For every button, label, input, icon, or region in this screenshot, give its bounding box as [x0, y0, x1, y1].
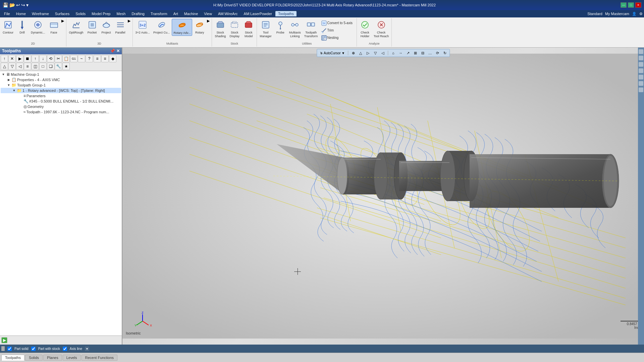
- part-solid-checkbox[interactable]: [7, 347, 12, 351]
- part-solid-btn[interactable]: Part solid: [14, 347, 29, 351]
- ribbon-btn-probe[interactable]: Probe: [274, 19, 287, 35]
- tb-list1[interactable]: ≡: [94, 55, 101, 62]
- expand-machine-group[interactable]: ▼: [1, 72, 5, 76]
- vp-arrow[interactable]: →: [397, 50, 404, 56]
- viewport[interactable]: 🖱 AutoCursor ▼ ⊕ △ ▷ ▽ ◁ ⌂ → ↗ ⊞ ⊟ … ⟳ ↻: [122, 48, 644, 345]
- tb-g1[interactable]: G1: [70, 55, 77, 62]
- save-icon[interactable]: 💾: [3, 2, 8, 8]
- ribbon-btn-contour[interactable]: Contour: [1, 19, 15, 35]
- menu-amlaserpowder[interactable]: AM:LaserPowder: [241, 11, 275, 16]
- tree-item-parameters[interactable]: ≡ Parameters: [1, 93, 121, 99]
- tree-item-tool[interactable]: 🔧 #345 - 0.5000 BULL ENDMILL - 1/2 BULL …: [1, 99, 121, 104]
- tb-select-all[interactable]: ↑: [1, 55, 8, 62]
- ribbon-btn-trim[interactable]: Trim: [320, 27, 354, 34]
- menu-mesh[interactable]: Mesh: [114, 11, 128, 16]
- expand-rotary-adv[interactable]: ▼: [12, 88, 16, 93]
- window-controls[interactable]: — □ ✕: [621, 2, 641, 8]
- quick-access[interactable]: 💾 📂 ↩ ↪ ▾: [3, 2, 29, 8]
- menu-file[interactable]: File: [1, 11, 13, 16]
- ribbon-btn-dynamic[interactable]: Dynamic...: [30, 19, 47, 35]
- tb-tilde[interactable]: ~: [78, 55, 85, 62]
- tb-cut[interactable]: ✂: [55, 55, 62, 62]
- vp-arrow2[interactable]: ↗: [405, 50, 411, 56]
- part-with-stock-btn[interactable]: Part with stock: [38, 347, 60, 351]
- ribbon-btn-toolpathtransform[interactable]: ToolpathTransform: [303, 19, 319, 39]
- axis-line-dropdown[interactable]: ▾: [85, 347, 89, 351]
- vp-autocursor[interactable]: 🖱 AutoCursor ▼: [318, 50, 346, 56]
- ribbon-btn-rotary[interactable]: Rotary: [193, 19, 206, 35]
- tree-item-properties[interactable]: ▶ 📋 Properties - 4 - AXIS VMC: [1, 77, 121, 82]
- right-panel-btn-7[interactable]: [639, 87, 643, 92]
- play-button[interactable]: ▶: [1, 337, 7, 343]
- right-panel-btn-1[interactable]: [639, 49, 643, 54]
- open-icon[interactable]: 📂: [9, 2, 15, 8]
- tb-diamond[interactable]: ◆: [109, 55, 116, 62]
- right-panel-btn-6[interactable]: [639, 81, 643, 86]
- axis-line-btn[interactable]: Axis line: [70, 347, 82, 351]
- expand-properties[interactable]: ▶: [7, 78, 11, 82]
- panel-pin-icon[interactable]: 📌: [110, 49, 115, 53]
- profile-icon[interactable]: 👤: [632, 12, 637, 16]
- ribbon-btn-stockshading[interactable]: StockShading: [213, 19, 227, 39]
- tab-recent-functions[interactable]: Recent Functions: [82, 355, 118, 361]
- options-icon[interactable]: ▾: [26, 2, 29, 8]
- menu-toolpaths[interactable]: Toolpaths: [275, 11, 297, 16]
- menu-view[interactable]: View: [201, 11, 215, 16]
- tb-left-arrow[interactable]: ◁: [16, 63, 23, 70]
- menu-modelprep[interactable]: Model Prep: [89, 11, 113, 16]
- ribbon-btn-3p2auto[interactable]: 3+2 3+2 Auto...: [134, 19, 151, 35]
- ribbon-btn-project[interactable]: Project: [100, 19, 113, 35]
- multiaxis-more-button[interactable]: ▶: [207, 19, 210, 23]
- menu-machine[interactable]: Machine: [181, 11, 201, 16]
- tree-item-geometry[interactable]: ◎ Geometry: [1, 104, 121, 109]
- ribbon-btn-nesting[interactable]: Nesting: [320, 35, 354, 41]
- tb-move-down[interactable]: ↓: [39, 55, 47, 62]
- tb-stop[interactable]: ⏹: [24, 55, 31, 62]
- vp-minus[interactable]: ⊟: [419, 50, 426, 56]
- menu-art[interactable]: Art: [171, 11, 181, 16]
- tb-tool1[interactable]: 🔧: [55, 63, 62, 70]
- minimize-button[interactable]: —: [621, 2, 627, 8]
- vp-down[interactable]: ▽: [372, 50, 379, 56]
- menu-drafting[interactable]: Drafting: [129, 11, 147, 16]
- tb-undo[interactable]: ⟲: [47, 55, 54, 62]
- tb-help[interactable]: ?: [86, 55, 93, 62]
- tb-box2[interactable]: □: [39, 63, 47, 70]
- tab-toolpaths[interactable]: Toolpaths: [1, 355, 24, 361]
- vp-grid[interactable]: ⊞: [412, 50, 419, 56]
- menu-wireframe[interactable]: Wireframe: [29, 11, 52, 16]
- menu-amwirearr[interactable]: AM:WireArc: [215, 11, 240, 16]
- axis-line-checkbox[interactable]: [63, 347, 67, 351]
- maximize-button[interactable]: □: [628, 2, 634, 8]
- ribbon-btn-stockmodel[interactable]: StockModel: [242, 19, 255, 39]
- tree-item-rotary-adv[interactable]: ▼ 📁 1 - Rotary advanced - [WCS: Top] - […: [1, 88, 121, 93]
- ribbon-btn-stockdisplay[interactable]: StockDisplay: [228, 19, 241, 39]
- viewport-bottom-expand[interactable]: [1, 346, 5, 351]
- ribbon-btn-multiaxislinking[interactable]: MultiaxisLinking: [288, 19, 302, 39]
- right-panel-btn-3[interactable]: [639, 62, 643, 67]
- tb-list2[interactable]: ≡: [101, 55, 109, 62]
- tab-levels[interactable]: Levels: [63, 355, 81, 361]
- ribbon-btn-projectcu[interactable]: Project Cu...: [152, 19, 171, 35]
- 3d-more-button[interactable]: ▶: [128, 19, 131, 23]
- tree-item-toolpath[interactable]: ≈ Toolpath - 1997.6K - 1123-24.NC - Prog…: [1, 109, 121, 115]
- ribbon-btn-toolmgr[interactable]: ToolManager: [258, 19, 273, 39]
- vp-crosshair[interactable]: ⊕: [350, 50, 357, 56]
- ribbon-btn-checkholder[interactable]: CheckHolder: [358, 19, 372, 39]
- vp-home[interactable]: ⌂: [390, 50, 396, 56]
- vp-up[interactable]: △: [357, 50, 364, 56]
- vp-left[interactable]: ◁: [379, 50, 386, 56]
- tb-star[interactable]: ★: [62, 63, 70, 70]
- panel-close-icon[interactable]: ✕: [116, 49, 120, 53]
- menu-home[interactable]: Home: [13, 11, 29, 16]
- tree-item-machine-group[interactable]: ▼ 🖥 Machine Group-1: [1, 72, 121, 77]
- tb-down-arrow[interactable]: ▽: [8, 63, 16, 70]
- tb-move-up[interactable]: ↑: [32, 55, 39, 62]
- ribbon-btn-drill[interactable]: Drill: [15, 19, 29, 35]
- vp-rotate[interactable]: ⟳: [434, 50, 441, 56]
- tb-menu[interactable]: ≡: [24, 63, 31, 70]
- tb-delete[interactable]: ✕: [8, 55, 16, 62]
- tb-box1[interactable]: ◫: [32, 63, 39, 70]
- tab-planes[interactable]: Planes: [43, 355, 62, 361]
- right-panel-btn-5[interactable]: [639, 75, 643, 79]
